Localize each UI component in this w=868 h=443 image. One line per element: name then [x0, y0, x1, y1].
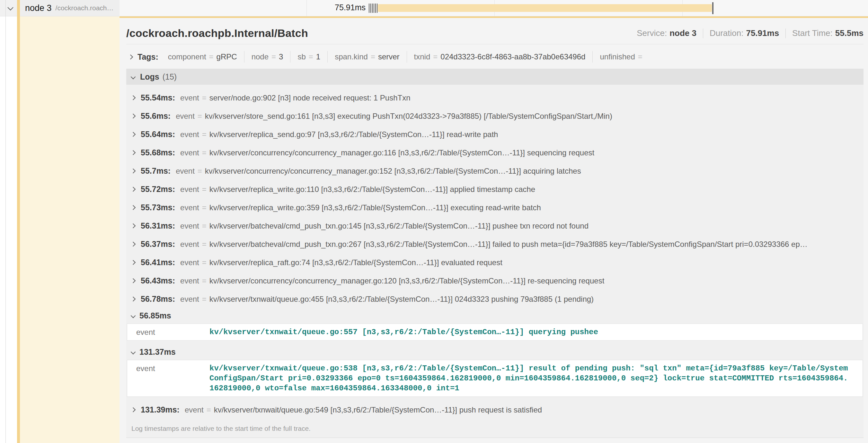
- log-collapse-chevron-icon[interactable]: [131, 313, 136, 318]
- log-field-key: event: [180, 130, 199, 139]
- log-timestamp: 56.31ms:: [141, 221, 175, 231]
- trace-timeline-row: node 3 /cockroach.roach… 75.91ms: [0, 0, 868, 16]
- span-end-marker: [712, 2, 713, 14]
- logs-title: Logs: [140, 72, 159, 81]
- span-duration-bar[interactable]: [378, 4, 712, 12]
- log-entry-row[interactable]: 56.41ms:event=kv/kvserver/replica_raft.g…: [126, 253, 864, 272]
- log-field-key: event: [180, 222, 199, 231]
- log-expand-chevron-icon[interactable]: [131, 132, 136, 137]
- log-field-key: event: [180, 185, 199, 194]
- duration-value: 75.91ms: [746, 28, 779, 38]
- log-entry-row[interactable]: 55.54ms:event=server/node.go:902 [n3] no…: [126, 89, 864, 107]
- log-entry-row[interactable]: 55.6ms:event=kv/kvserver/store_send.go:1…: [126, 107, 864, 125]
- log-expand-chevron-icon[interactable]: [131, 278, 136, 283]
- log-entry-expanded-header[interactable]: 131.37ms: [126, 344, 864, 359]
- selected-span-row-highlight: [20, 16, 120, 443]
- log-entry-expanded-header[interactable]: 56.85ms: [126, 308, 864, 323]
- service-label: Service:: [637, 28, 667, 38]
- log-entry-row[interactable]: 55.72ms:event=kv/kvserver/replica_write.…: [126, 180, 864, 198]
- log-field-key: event: [176, 112, 195, 121]
- tags-label: Tags:: [137, 52, 158, 62]
- log-timestamp: 56.43ms:: [141, 276, 175, 285]
- log-entry-row[interactable]: 55.64ms:event=kv/kvserver/replica_send.g…: [126, 125, 864, 143]
- log-entry-row[interactable]: 55.68ms:event=kv/kvserver/concurrency/co…: [126, 143, 864, 162]
- log-expand-chevron-icon[interactable]: [131, 224, 136, 229]
- tag-key: unfinished: [600, 52, 635, 61]
- log-expand-chevron-icon[interactable]: [131, 242, 136, 247]
- tag-key: node: [251, 52, 269, 61]
- log-field-key: event: [185, 405, 204, 414]
- log-equals: =: [202, 222, 207, 231]
- logs-accordion-header[interactable]: Logs (15): [126, 69, 864, 85]
- log-field-key: event: [136, 364, 210, 393]
- log-field-value: kv/kvserver/concurrency/concurrency_mana…: [210, 148, 594, 157]
- log-expand-chevron-icon[interactable]: [131, 95, 136, 100]
- log-timestamp: 56.85ms: [140, 311, 171, 320]
- log-field-key: event: [180, 148, 199, 157]
- span-duration-label: 75.91ms: [283, 3, 366, 12]
- log-timestamp: 55.7ms:: [141, 166, 170, 176]
- log-entry-row[interactable]: 56.31ms:event=kv/kvserver/batcheval/cmd_…: [126, 217, 864, 235]
- log-equals: =: [202, 185, 207, 194]
- log-field-key: event: [180, 240, 199, 249]
- log-entry-row[interactable]: 56.78ms:event=kv/kvserver/txnwait/queue.…: [126, 290, 864, 308]
- duration-label: Duration:: [710, 28, 744, 38]
- log-entry-row[interactable]: 131.39ms:event=kv/kvserver/txnwait/queue…: [126, 401, 864, 419]
- tag-item: span.kind=server: [328, 51, 407, 63]
- log-expand-chevron-icon[interactable]: [131, 187, 136, 192]
- log-expand-chevron-icon[interactable]: [131, 114, 136, 119]
- log-equals: =: [197, 167, 202, 176]
- log-field-value: server/node.go:902 [n3] node received re…: [210, 94, 410, 102]
- log-field-value-mono: kv/kvserver/txnwait/queue.go:557 [n3,s3,…: [210, 327, 849, 337]
- log-expand-chevron-icon[interactable]: [131, 297, 136, 302]
- span-name-cell[interactable]: node 3 /cockroach.roach…: [20, 0, 120, 16]
- tag-item: unfinished=: [593, 51, 652, 63]
- span-color-bar: [17, 0, 20, 443]
- log-expand-chevron-icon[interactable]: [131, 169, 136, 174]
- log-field-value-mono: kv/kvserver/txnwait/queue.go:538 [n3,s3,…: [210, 364, 849, 393]
- tags-accordion-header[interactable]: Tags: component=gRPCnode=3sb=1span.kind=…: [126, 49, 864, 64]
- service-value: node 3: [670, 28, 696, 38]
- log-timestamp: 55.64ms:: [141, 130, 175, 139]
- log-tick-marks: [369, 3, 377, 13]
- log-timestamp: 55.73ms:: [141, 203, 175, 212]
- logs-collapse-chevron-icon[interactable]: [131, 74, 136, 79]
- log-field-key: event: [180, 94, 199, 102]
- log-collapse-chevron-icon[interactable]: [131, 349, 136, 354]
- log-field-key: event: [136, 327, 210, 337]
- tag-item: component=gRPC: [161, 51, 245, 63]
- log-expand-chevron-icon[interactable]: [131, 205, 136, 210]
- meta-divider: [785, 29, 786, 38]
- logs-list: 55.54ms:event=server/node.go:902 [n3] no…: [126, 85, 864, 438]
- tag-item: sb=1: [290, 51, 328, 63]
- page-left-divider: [5, 0, 6, 443]
- tag-value: 1: [316, 52, 320, 61]
- log-expand-chevron-icon[interactable]: [131, 407, 136, 412]
- log-expand-chevron-icon[interactable]: [131, 150, 136, 156]
- log-entry-row[interactable]: 56.43ms:event=kv/kvserver/concurrency/co…: [126, 272, 864, 290]
- log-equals: =: [202, 276, 207, 285]
- log-entry-row[interactable]: 55.73ms:event=kv/kvserver/replica_write.…: [126, 198, 864, 217]
- log-equals: =: [202, 240, 207, 249]
- tag-equals: =: [433, 52, 437, 61]
- log-entry-row[interactable]: 55.7ms:event=kv/kvserver/concurrency/con…: [126, 162, 864, 180]
- log-equals: =: [202, 203, 207, 212]
- log-field-value: kv/kvserver/replica_write.go:359 [n3,s3,…: [210, 203, 541, 212]
- log-entry-row[interactable]: 56.37ms:event=kv/kvserver/batcheval/cmd_…: [126, 235, 864, 253]
- logs-section: Logs (15) 55.54ms:event=server/node.go:9…: [126, 69, 864, 438]
- start-time-label: Start Time:: [792, 28, 833, 38]
- log-field-key: event: [176, 167, 195, 176]
- log-field-value: kv/kvserver/replica_raft.go:74 [n3,s3,r6…: [210, 258, 502, 267]
- tags-expand-chevron-icon[interactable]: [128, 54, 133, 59]
- tag-equals: =: [309, 52, 313, 61]
- log-field-value: kv/kvserver/txnwait/queue.go:549 [n3,s3,…: [214, 405, 542, 414]
- log-equals: =: [202, 130, 207, 139]
- log-expand-chevron-icon[interactable]: [131, 260, 136, 265]
- log-field-value: kv/kvserver/replica_write.go:110 [n3,s3,…: [210, 185, 535, 194]
- log-field-key: event: [180, 276, 199, 285]
- tag-equals: =: [371, 52, 375, 61]
- tag-value: server: [378, 52, 400, 61]
- log-field-key: event: [180, 295, 199, 304]
- tag-key: component: [168, 52, 206, 61]
- log-equals: =: [202, 148, 207, 157]
